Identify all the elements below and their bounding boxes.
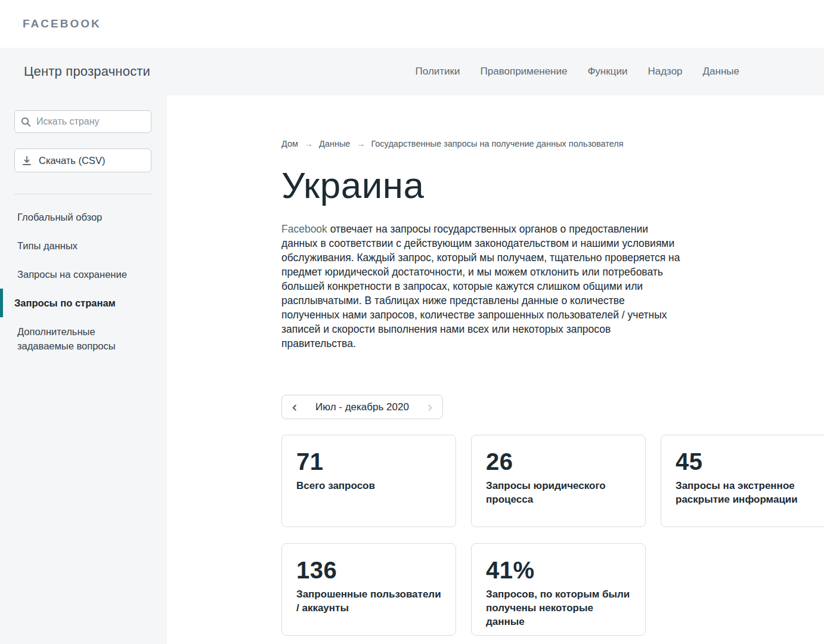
page-title: Украина <box>281 164 824 206</box>
download-label: Скачать (CSV) <box>39 155 105 166</box>
main-content: Дом → Данные → Государственные запросы н… <box>167 95 824 644</box>
sidebar: Скачать (CSV) Глобальный обзор Типы данн… <box>0 95 167 644</box>
top-bar: FACEBOOK <box>0 0 824 48</box>
stats-cards: 71 Всего запросов 26 Запросы юридическог… <box>281 435 824 636</box>
chevron-left-icon[interactable]: ‹ <box>292 400 298 414</box>
stat-label: Всего запросов <box>296 479 441 493</box>
breadcrumb-home[interactable]: Дом <box>281 139 298 148</box>
nav-item-oversight[interactable]: Надзор <box>648 66 682 78</box>
download-csv-button[interactable]: Скачать (CSV) <box>14 148 151 172</box>
stat-value: 26 <box>486 448 631 475</box>
stat-label: Запросы юридического процесса <box>486 479 631 506</box>
page-layout: Скачать (CSV) Глобальный обзор Типы данн… <box>0 95 824 644</box>
sidebar-menu: Глобальный обзор Типы данных Запросы на … <box>0 203 167 360</box>
breadcrumb: Дом → Данные → Государственные запросы н… <box>281 138 824 148</box>
sidebar-divider <box>14 194 151 194</box>
search-input[interactable] <box>36 116 138 127</box>
stat-label: Запросов, по которым были получены некот… <box>486 587 631 628</box>
stat-value: 71 <box>296 448 441 475</box>
intro-paragraph: Facebook отвечает на запросы государстве… <box>281 222 684 351</box>
stat-value: 41% <box>486 557 631 584</box>
breadcrumb-arrow-icon: → <box>304 138 313 148</box>
stat-value: 45 <box>676 448 820 475</box>
breadcrumb-current: Государственные запросы на получение дан… <box>371 139 623 148</box>
site-title[interactable]: Центр прозрачности <box>24 64 150 79</box>
search-icon <box>21 117 31 127</box>
sidebar-item-preservation[interactable]: Запросы на сохранение <box>0 260 167 289</box>
nav-item-data[interactable]: Данные <box>703 66 739 78</box>
sidebar-item-global-overview[interactable]: Глобальный обзор <box>0 203 167 231</box>
stat-card-some-data-produced: 41% Запросов, по которым были получены н… <box>471 543 646 636</box>
breadcrumb-arrow-icon: → <box>356 138 365 148</box>
facebook-logo[interactable]: FACEBOOK <box>23 17 101 30</box>
stat-card-legal-process: 26 Запросы юридического процесса <box>471 435 646 527</box>
main-nav: Политики Правоприменение Функции Надзор … <box>416 66 739 78</box>
nav-item-features[interactable]: Функции <box>587 66 627 78</box>
sidebar-item-by-country[interactable]: Запросы по странам <box>0 289 167 317</box>
sidebar-item-faq[interactable]: Дополнительные задаваемые вопросы <box>0 317 143 360</box>
chevron-right-icon: › <box>427 400 433 414</box>
header-band: Центр прозрачности Политики Правопримене… <box>0 48 824 95</box>
period-selector[interactable]: ‹ Июл - декабрь 2020 › <box>281 395 443 419</box>
download-icon <box>22 156 32 166</box>
country-search[interactable] <box>14 110 151 133</box>
facebook-link[interactable]: Facebook <box>281 223 327 235</box>
period-label: Июл - декабрь 2020 <box>315 401 409 413</box>
stat-label: Запросы на экстренное раскрытие информац… <box>676 479 820 506</box>
stat-label: Запрошенные пользователи / аккаунты <box>296 587 441 615</box>
stat-card-users-accounts: 136 Запрошенные пользователи / аккаунты <box>281 543 456 636</box>
stat-card-total-requests: 71 Всего запросов <box>281 435 456 527</box>
nav-item-enforcement[interactable]: Правоприменение <box>481 66 568 78</box>
nav-item-policies[interactable]: Политики <box>416 66 460 78</box>
intro-text: отвечает на запросы государственных орга… <box>281 223 680 349</box>
stat-value: 136 <box>296 557 441 584</box>
stat-card-emergency: 45 Запросы на экстренное раскрытие инфор… <box>661 435 824 527</box>
breadcrumb-data[interactable]: Данные <box>319 139 350 148</box>
sidebar-item-data-types[interactable]: Типы данных <box>0 231 167 260</box>
